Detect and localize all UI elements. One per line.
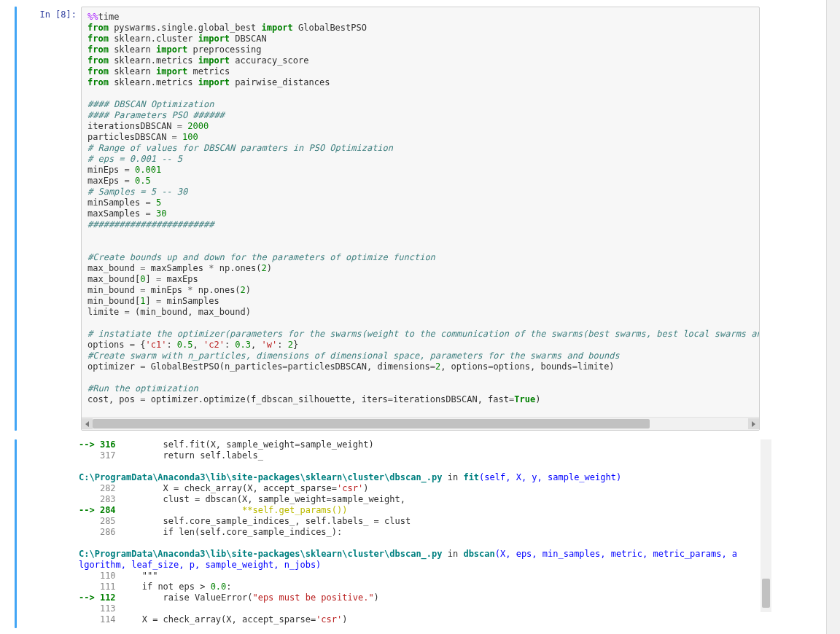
- var-maxbound: max_bound: [88, 274, 135, 284]
- code-input-area[interactable]: %%time from pyswarms.single.global_best …: [81, 7, 760, 431]
- kw-from: from: [88, 44, 109, 55]
- tb-line: :: [226, 582, 231, 592]
- tb-path: C:\ProgramData\Anaconda3\lib\site-packag…: [79, 472, 443, 482]
- output-vscrollbar[interactable]: [761, 439, 771, 612]
- input-prompt: In [8]:: [20, 7, 81, 431]
- class-dbscan: DBSCAN: [235, 34, 266, 44]
- paren-close: ): [267, 263, 272, 273]
- kw-import: import: [198, 34, 230, 44]
- class-gbpso: GlobalBestPSO: [298, 23, 367, 33]
- comment: #### Parameters PSO ######: [88, 110, 225, 120]
- tb-lineno: 316: [100, 439, 116, 450]
- tb-lineno: 112: [100, 592, 116, 603]
- comment: #### DBSCAN Optimization: [88, 99, 214, 109]
- comment: #Run the optimization: [88, 383, 198, 394]
- notebook-scroll-region[interactable]: In [8]: %%time from pyswarms.single.glob…: [0, 0, 840, 634]
- val-5: 5: [156, 197, 161, 208]
- tb-line: sample_weight): [300, 439, 373, 450]
- tb-arrow: -->: [79, 439, 100, 450]
- fn-optimize: optimizer.optimize(f_dbscan_silhouette, …: [151, 394, 388, 404]
- module-skmetrics: sklearn.metrics: [114, 77, 192, 87]
- var-maxsamples: maxSamples: [88, 208, 140, 219]
- hscroll-left-button[interactable]: [82, 418, 93, 429]
- var-maxeps: maxEps: [88, 176, 119, 186]
- val-2: 2: [241, 285, 246, 295]
- tb-lineno: 114: [100, 614, 116, 625]
- val-100: 100: [182, 132, 198, 142]
- tb-str: "eps must be positive.": [252, 592, 373, 603]
- kw-options: options, bounds: [493, 361, 572, 372]
- var-cost-pos: cost, pos: [88, 394, 135, 404]
- hscroll-thumb[interactable]: [93, 419, 650, 428]
- module-sklearn: sklearn: [114, 66, 151, 77]
- tb-line: ): [342, 614, 347, 625]
- tb-sig: (self, X, y, sample_weight): [479, 472, 621, 482]
- hscrollbar[interactable]: [82, 417, 759, 430]
- tb-line: if len(self.core_sample_indices_):: [116, 527, 343, 537]
- comment: # Range of values for DBSCAN paramters i…: [88, 143, 393, 153]
- tuple-bounds: (min_bound, max_bound): [135, 307, 251, 317]
- module-pyswarms: pyswarms.single.global_best: [114, 23, 256, 33]
- tb-str: 'csr': [337, 483, 363, 493]
- tb-line: X = check_array(X, accept_sparse=: [116, 614, 316, 625]
- tb-in: in: [443, 549, 464, 559]
- code-cell: In [8]: %%time from pyswarms.single.glob…: [15, 7, 760, 431]
- hscroll-track[interactable]: [93, 418, 748, 430]
- cell-output-traceback[interactable]: --> 316 self.fit(X, sample_weight=sample…: [79, 439, 760, 634]
- val-2000: 2000: [187, 121, 209, 131]
- tb-lineno: 283: [100, 494, 116, 504]
- val-30: 30: [156, 208, 166, 219]
- kw-iters: iterationsDBSCAN, fast: [393, 394, 509, 404]
- tb-lineno: 284: [100, 505, 116, 515]
- cell-magic: %%: [88, 12, 98, 22]
- kw-from: from: [88, 23, 109, 33]
- kw-import: import: [156, 44, 187, 55]
- mod-preprocessing: preprocessing: [193, 44, 262, 55]
- kw-import: import: [156, 66, 187, 77]
- val-c2: 0.3: [235, 340, 251, 350]
- fn-npones: np.ones(: [219, 263, 262, 273]
- var-options: options: [88, 340, 125, 350]
- var-minbound: min_bound: [88, 296, 135, 306]
- tb-line: [116, 505, 242, 515]
- mod-metrics: metrics: [193, 66, 230, 77]
- fn-npones: np.ones(: [198, 285, 241, 295]
- tb-func: dbscan: [463, 549, 494, 559]
- tb-lineno: 113: [100, 603, 116, 614]
- str-c1: 'c1': [146, 340, 167, 350]
- tb-in: in: [443, 472, 464, 482]
- val-0001: 0.001: [135, 165, 161, 175]
- comment: # instatiate the optimizer(parameters fo…: [88, 329, 759, 339]
- var-optimizer: optimizer: [88, 361, 135, 372]
- kw-from: from: [88, 55, 109, 66]
- notebook-page: In [8]: %%time from pyswarms.single.glob…: [0, 0, 840, 634]
- comment: # Samples = 5 -- 30: [88, 187, 187, 197]
- str-c2: 'c2': [203, 340, 225, 350]
- bool-true: True: [514, 394, 535, 404]
- code-editor[interactable]: %%time from pyswarms.single.global_best …: [82, 7, 759, 430]
- comment: #Create swarm with n_particles, dimensio…: [88, 351, 620, 361]
- val-0: 0: [140, 274, 145, 284]
- var-mineps: minEps: [88, 165, 119, 175]
- tb-line: X = check_array(X, accept_sparse=: [116, 483, 337, 493]
- module-skmetrics: sklearn.metrics: [114, 55, 192, 66]
- var-minsamples: minSamples: [88, 197, 140, 208]
- tb-line: return self.labels_: [116, 450, 263, 461]
- bracket: ]: [146, 296, 151, 306]
- tb-line: """: [116, 571, 158, 581]
- val-1: 1: [140, 296, 145, 306]
- comment: #Create bounds up and down for the param…: [88, 252, 435, 262]
- hscroll-right-button[interactable]: [748, 418, 759, 429]
- output-vscroll-thumb[interactable]: [762, 579, 770, 608]
- tb-lineno: 286: [100, 527, 116, 537]
- kw-limite: limite): [578, 361, 615, 372]
- var-particles: particlesDBSCAN: [88, 132, 166, 142]
- tb-line: if not eps >: [116, 582, 211, 592]
- val-05: 0.5: [135, 176, 151, 186]
- kw-import: import: [261, 23, 292, 33]
- tb-line: ): [363, 483, 368, 493]
- tb-line: ): [374, 592, 379, 603]
- kw-from: from: [88, 77, 109, 87]
- bracket: ]: [146, 274, 151, 284]
- page-vscrollbar[interactable]: [826, 0, 840, 634]
